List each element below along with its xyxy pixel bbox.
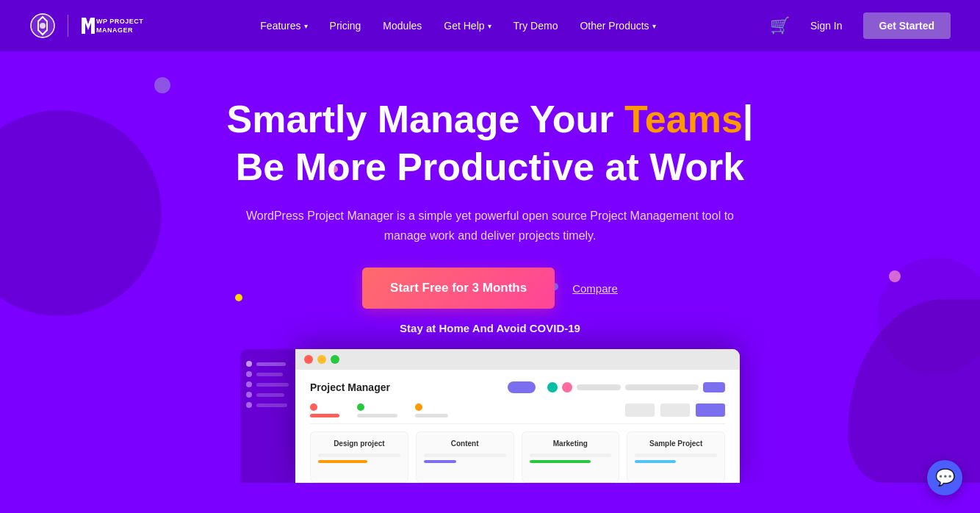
- screenshot-area: Project Manager: [15, 349, 965, 483]
- nav-features[interactable]: Features ▾: [251, 14, 316, 37]
- chat-icon: 💬: [935, 468, 955, 487]
- sign-in-button[interactable]: Sign In: [801, 14, 851, 37]
- dot-red: [304, 355, 313, 364]
- brand-logo: WP PROJECT MANAGER: [80, 14, 146, 37]
- progress-bar-design: [318, 460, 367, 463]
- svg-point-1: [40, 23, 46, 29]
- project-card-design: Design project: [310, 431, 408, 483]
- svg-text:MANAGER: MANAGER: [96, 26, 133, 34]
- dot-yellow: [317, 355, 326, 364]
- sc-dot-teal: [547, 382, 558, 392]
- deco-circle-1: [154, 77, 170, 93]
- nav-other-products[interactable]: Other Products ▾: [571, 14, 664, 37]
- sc-dot-pink: [562, 382, 572, 392]
- sc-dots-right: [547, 382, 725, 392]
- progress-bar-sample: [635, 460, 676, 463]
- sc-tabs: [310, 403, 725, 424]
- chat-bubble[interactable]: 💬: [927, 460, 962, 495]
- screenshot-content: Project Manager: [295, 370, 740, 483]
- chevron-down-icon: ▾: [652, 22, 656, 30]
- sc-tab-orange: [415, 403, 448, 417]
- svg-text:WP PROJECT: WP PROJECT: [96, 18, 143, 25]
- logo-area: WP PROJECT MANAGER: [29, 12, 146, 39]
- progress-bar-content: [424, 460, 457, 463]
- header-actions: 🛒 Sign In Get Started: [770, 12, 951, 39]
- screenshot-title: Project Manager: [310, 381, 390, 393]
- project-card-sample: Sample Project: [627, 431, 725, 483]
- logo-icon: [29, 12, 56, 39]
- cart-icon[interactable]: 🛒: [770, 16, 790, 35]
- hero-section: Smartly Manage Your Teams| Be More Produ…: [0, 51, 980, 483]
- chevron-down-icon: ▾: [488, 22, 491, 30]
- screenshot-sidebar: [240, 349, 295, 483]
- sc-line-2: [625, 384, 699, 390]
- hero-buttons: Start Free for 3 Months Compare: [15, 268, 965, 309]
- header: WP PROJECT MANAGER Features ▾ Pricing Mo…: [0, 0, 980, 51]
- project-card-content: Content: [416, 431, 514, 483]
- titlebar: [295, 349, 740, 370]
- covid-notice: Stay at Home And Avoid COVID-19: [15, 322, 965, 334]
- project-card-marketing: Marketing: [522, 431, 620, 483]
- progress-bar-marketing: [530, 460, 591, 463]
- sc-tab-green: [357, 403, 397, 417]
- sc-toggle: [508, 381, 536, 393]
- hero-title: Smartly Manage Your Teams| Be More Produ…: [15, 96, 965, 191]
- sc-tab-red: [310, 403, 339, 417]
- hero-title-highlight: Teams: [624, 98, 743, 140]
- compare-link[interactable]: Compare: [572, 282, 618, 295]
- chevron-down-icon: ▾: [304, 22, 308, 30]
- nav-modules[interactable]: Modules: [374, 14, 430, 37]
- sc-line-1: [577, 384, 621, 390]
- get-started-button[interactable]: Get Started: [863, 12, 951, 39]
- main-nav: Features ▾ Pricing Modules Get Help ▾ Tr…: [251, 14, 664, 37]
- logo-divider: [68, 15, 68, 37]
- dot-green: [331, 355, 339, 364]
- screenshot-frame: Project Manager: [295, 349, 740, 483]
- nav-pricing[interactable]: Pricing: [321, 14, 370, 37]
- nav-get-help[interactable]: Get Help ▾: [435, 14, 500, 37]
- cta-button[interactable]: Start Free for 3 Months: [362, 268, 555, 309]
- nav-try-demo[interactable]: Try Demo: [505, 14, 567, 37]
- hero-subtitle: WordPress Project Manager is a simple ye…: [240, 206, 740, 245]
- sc-header-row: Project Manager: [310, 381, 725, 393]
- sc-projects: Design project Content Marke: [310, 431, 725, 483]
